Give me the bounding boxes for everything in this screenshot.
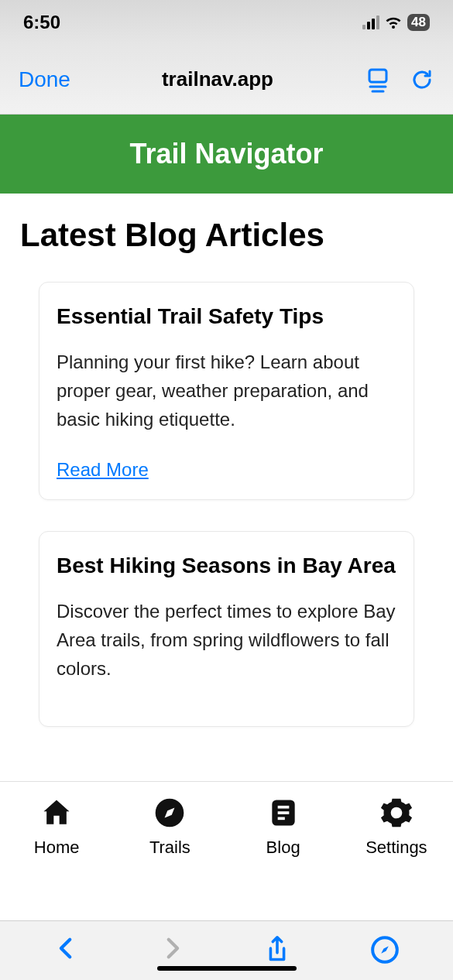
article-excerpt: Planning your first hike? Learn about pr… (57, 348, 396, 434)
article-title: Essential Trail Safety Tips (57, 304, 396, 329)
share-icon[interactable] (263, 935, 291, 966)
status-time: 6:50 (23, 12, 60, 33)
battery-level: 48 (407, 14, 430, 31)
nav-item-home[interactable]: Home (0, 796, 113, 920)
home-icon (39, 796, 74, 830)
article-excerpt: Discover the perfect times to explore Ba… (57, 597, 396, 684)
url-display[interactable]: trailnav.app (70, 67, 365, 91)
svg-rect-0 (369, 70, 386, 82)
article-card: Best Hiking Seasons in Bay Area Discover… (39, 531, 414, 728)
nav-label: Blog (266, 838, 300, 858)
nav-label: Home (34, 838, 80, 858)
nav-label: Trails (149, 838, 190, 858)
article-title: Best Hiking Seasons in Bay Area (57, 553, 396, 578)
status-icons: 48 (362, 14, 430, 31)
nav-item-trails[interactable]: Trails (113, 796, 226, 920)
wifi-icon (384, 15, 403, 29)
app-title: Trail Navigator (0, 138, 453, 170)
page-title: Latest Blog Articles (20, 217, 433, 254)
gear-icon (379, 796, 414, 830)
reload-icon[interactable] (410, 67, 434, 92)
reader-tabs-icon[interactable] (365, 67, 391, 93)
page-body: Latest Blog Articles Essential Trail Saf… (0, 194, 453, 781)
home-indicator (157, 966, 297, 971)
safari-compass-icon[interactable] (370, 935, 400, 965)
back-icon[interactable] (53, 935, 80, 961)
compass-icon (153, 796, 187, 830)
app-header: Trail Navigator (0, 115, 453, 194)
read-more-link[interactable]: Read More (57, 459, 149, 480)
article-icon (266, 796, 300, 830)
app-bottom-nav: Home Trails Blog Settings (0, 781, 453, 920)
nav-label: Settings (365, 838, 427, 858)
browser-bottom-bar (0, 920, 453, 980)
forward-icon[interactable] (159, 935, 185, 961)
nav-item-blog[interactable]: Blog (227, 796, 340, 920)
browser-top-bar: Done trailnav.app (0, 45, 453, 115)
cellular-signal-icon (362, 15, 379, 29)
nav-item-settings[interactable]: Settings (340, 796, 453, 920)
status-bar: 6:50 48 (0, 0, 453, 45)
page-content: Trail Navigator Latest Blog Articles Ess… (0, 115, 453, 920)
done-button[interactable]: Done (19, 67, 70, 92)
article-card: Essential Trail Safety Tips Planning you… (39, 282, 414, 500)
